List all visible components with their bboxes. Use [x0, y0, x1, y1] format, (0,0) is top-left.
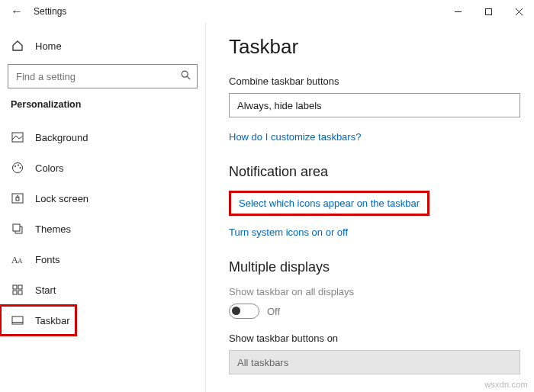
sidebar-item-themes[interactable]: Themes: [0, 214, 205, 244]
svg-rect-1: [485, 8, 491, 14]
notification-header: Notification area: [229, 164, 525, 180]
sidebar-item-label: Fonts: [35, 254, 60, 265]
taskbar-icon: [11, 313, 24, 327]
start-icon: [11, 283, 24, 297]
select-icons-link-highlight: Select which icons appear on the taskbar: [229, 191, 429, 216]
show-buttons-value: All taskbars: [237, 357, 288, 368]
combine-label: Combine taskbar buttons: [229, 76, 525, 87]
svg-rect-16: [13, 285, 17, 289]
sidebar-item-background[interactable]: Background: [0, 122, 205, 153]
sidebar-home-label: Home: [35, 40, 62, 52]
multiple-displays-header: Multiple displays: [229, 259, 525, 275]
svg-rect-11: [12, 194, 23, 203]
main-content: Taskbar Combine taskbar buttons Always, …: [206, 23, 534, 392]
sidebar-item-start[interactable]: Start: [0, 275, 205, 305]
picture-icon: [11, 130, 24, 144]
svg-text:A: A: [18, 257, 23, 265]
svg-line-5: [187, 76, 190, 79]
close-button[interactable]: [503, 0, 534, 23]
watermark: wsxdn.com: [484, 380, 528, 389]
titlebar: ← Settings: [0, 0, 534, 23]
search-box[interactable]: [8, 64, 198, 88]
show-all-toggle[interactable]: [229, 304, 259, 319]
svg-point-9: [18, 165, 19, 166]
search-icon: [181, 70, 191, 82]
sidebar-item-label: Start: [35, 284, 56, 296]
show-all-label: Show taskbar on all displays: [229, 286, 525, 297]
search-input[interactable]: [14, 70, 181, 83]
sidebar-item-fonts[interactable]: AA Fonts: [0, 244, 205, 275]
customize-link[interactable]: How do I customize taskbars?: [229, 131, 361, 143]
fonts-icon: AA: [11, 252, 24, 266]
sidebar-item-label: Colors: [35, 162, 64, 174]
sidebar-item-taskbar[interactable]: Taskbar: [0, 305, 76, 336]
sidebar-item-label: Background: [35, 132, 88, 143]
svg-point-8: [14, 165, 16, 167]
maximize-button[interactable]: [473, 0, 503, 23]
themes-icon: [11, 222, 24, 236]
home-icon: [11, 39, 24, 53]
system-icons-link[interactable]: Turn system icons on or off: [229, 227, 348, 238]
svg-rect-12: [16, 198, 19, 201]
svg-rect-18: [13, 291, 17, 294]
sidebar-item-colors[interactable]: Colors: [0, 153, 205, 183]
svg-point-4: [182, 71, 188, 77]
palette-icon: [11, 161, 24, 175]
sidebar-item-label: Lock screen: [35, 193, 88, 204]
combine-value: Always, hide labels: [237, 100, 322, 111]
svg-point-7: [13, 163, 23, 173]
svg-rect-17: [18, 285, 22, 289]
minimize-button[interactable]: [442, 0, 473, 23]
svg-point-10: [20, 167, 21, 169]
svg-rect-13: [13, 224, 20, 231]
back-icon[interactable]: ←: [6, 5, 27, 18]
page-title: Taskbar: [229, 35, 525, 59]
sidebar-item-label: Taskbar: [35, 315, 70, 326]
svg-rect-20: [12, 316, 23, 324]
sidebar: Home Personalization Background Colo: [0, 23, 206, 392]
sidebar-category: Personalization: [0, 99, 205, 114]
sidebar-item-label: Themes: [35, 223, 71, 235]
select-icons-link[interactable]: Select which icons appear on the taskbar: [239, 198, 420, 209]
svg-rect-19: [18, 291, 22, 294]
sidebar-home[interactable]: Home: [0, 31, 205, 61]
sidebar-item-lockscreen[interactable]: Lock screen: [0, 183, 205, 214]
combine-dropdown[interactable]: Always, hide labels: [229, 93, 520, 117]
toggle-state: Off: [267, 306, 280, 317]
lock-icon: [11, 191, 24, 205]
show-buttons-dropdown[interactable]: All taskbars: [229, 350, 520, 374]
show-buttons-label: Show taskbar buttons on: [229, 333, 525, 344]
app-title: Settings: [34, 6, 66, 17]
